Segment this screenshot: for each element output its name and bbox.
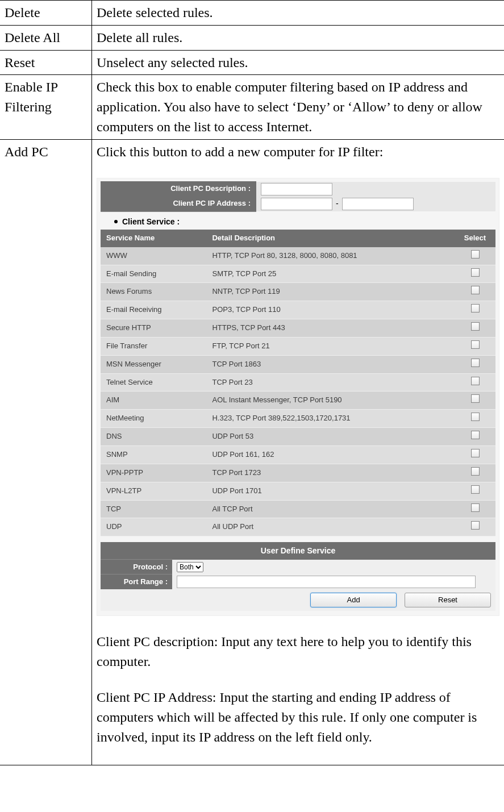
service-name-cell: UDP [101,518,206,536]
service-desc-cell: UDP Port 161, 162 [206,446,455,464]
bullet-icon [114,220,118,223]
service-select-checkbox[interactable] [471,268,480,277]
table-row: E-mail ReceivingPOP3, TCP Port 110 [101,301,495,319]
service-select-checkbox[interactable] [471,467,480,476]
client-ip-explain: Client PC IP Address: Input the starting… [97,688,499,747]
uds-header: User Define Service [101,542,495,559]
service-select-cell [455,410,495,428]
service-select-cell [455,428,495,446]
service-select-cell [455,337,495,355]
client-service-heading: Client Service : [101,211,495,230]
th-service-name: Service Name [101,230,206,247]
service-select-checkbox[interactable] [471,340,480,349]
ip-filter-form: Client PC Description : Client PC IP Add… [97,178,499,617]
row-addpc-cell: Click this button to add a new computer … [92,139,505,765]
service-select-checkbox[interactable] [471,394,480,403]
service-select-cell [455,518,495,536]
services-table: Service Name Detail Description Select W… [101,230,495,536]
client-desc-explain: Client PC description: Input any text he… [97,632,499,672]
client-ip-label: Client PC IP Address : [101,196,256,212]
service-select-checkbox[interactable] [471,322,480,331]
row-enableip-desc: Check this box to enable computer filter… [92,75,505,139]
ip-range-dash: - [336,198,339,209]
client-ip-end-input[interactable] [342,198,414,210]
service-select-checkbox[interactable] [471,503,480,512]
service-select-checkbox[interactable] [471,449,480,457]
row-deleteall-key: Delete All [0,25,92,50]
user-define-service: User Define Service Protocol : Both Port… [101,542,495,611]
row-reset-key: Reset [0,50,92,75]
table-row: VPN-PPTPTCP Port 1723 [101,464,495,482]
service-name-cell: AIM [101,392,206,410]
table-row: Secure HTTPHTTPS, TCP Port 443 [101,319,495,338]
service-select-cell [455,500,495,518]
table-row: WWWHTTP, TCP Port 80, 3128, 8000, 8080, … [101,247,495,265]
service-desc-cell: NNTP, TCP Port 119 [206,283,455,301]
row-enableip-key: Enable IP Filtering [0,75,92,139]
service-select-cell [455,355,495,373]
row-delete-key: Delete [0,1,92,26]
row-deleteall-desc: Delete all rules. [92,25,505,50]
client-service-heading-text: Client Service : [122,216,180,227]
service-name-cell: SNMP [101,446,206,464]
service-desc-cell: All TCP Port [206,500,455,518]
service-desc-cell: TCP Port 1863 [206,355,455,373]
table-row: UDPAll UDP Port [101,518,495,536]
table-row: File TransferFTP, TCP Port 21 [101,337,495,355]
service-desc-cell: UDP Port 53 [206,428,455,446]
service-select-cell [455,392,495,410]
service-select-cell [455,482,495,500]
service-name-cell: VPN-L2TP [101,482,206,500]
reset-button[interactable]: Reset [405,593,491,608]
service-desc-cell: TCP Port 1723 [206,464,455,482]
client-ip-start-input[interactable] [261,198,332,210]
service-desc-cell: HTTP, TCP Port 80, 3128, 8000, 8080, 808… [206,247,455,265]
row-delete-desc: Delete selected rules. [92,1,505,26]
service-desc-cell: UDP Port 1701 [206,482,455,500]
add-button[interactable]: Add [310,593,397,608]
service-select-cell [455,319,495,338]
service-select-checkbox[interactable] [471,250,480,259]
service-select-cell [455,464,495,482]
definitions-table: Delete Delete selected rules. Delete All… [0,0,504,765]
table-row: NetMeetingH.323, TCP Port 389,522,1503,1… [101,410,495,428]
service-desc-cell: POP3, TCP Port 110 [206,301,455,319]
service-select-checkbox[interactable] [471,485,480,494]
th-select: Select [455,230,495,247]
service-name-cell: Secure HTTP [101,319,206,338]
port-range-label: Port Range : [101,574,172,590]
service-name-cell: MSN Messenger [101,355,206,373]
service-desc-cell: H.323, TCP Port 389,522,1503,1720,1731 [206,410,455,428]
service-select-checkbox[interactable] [471,304,480,313]
table-row: AIMAOL Instant Messenger, TCP Port 5190 [101,392,495,410]
client-desc-label: Client PC Description : [101,181,256,197]
service-select-checkbox[interactable] [471,413,480,421]
th-detail-desc: Detail Description [206,230,455,247]
service-name-cell: Telnet Service [101,373,206,392]
service-desc-cell: All UDP Port [206,518,455,536]
protocol-label: Protocol : [101,559,172,575]
service-select-cell [455,301,495,319]
table-row: E-mail SendingSMTP, TCP Port 25 [101,265,495,283]
table-row: SNMPUDP Port 161, 162 [101,446,495,464]
service-select-checkbox[interactable] [471,521,480,530]
service-select-checkbox[interactable] [471,286,480,294]
row-addpc-key: Add PC [0,139,92,765]
table-row: VPN-L2TPUDP Port 1701 [101,482,495,500]
table-row: TCPAll TCP Port [101,500,495,518]
service-select-cell [455,265,495,283]
table-row: DNSUDP Port 53 [101,428,495,446]
addpc-intro: Click this button to add a new computer … [97,142,499,162]
client-desc-input[interactable] [261,183,332,195]
service-name-cell: E-mail Receiving [101,301,206,319]
service-name-cell: E-mail Sending [101,265,206,283]
service-select-checkbox[interactable] [471,431,480,439]
service-desc-cell: SMTP, TCP Port 25 [206,265,455,283]
service-desc-cell: HTTPS, TCP Port 443 [206,319,455,338]
service-select-cell [455,373,495,392]
protocol-select[interactable]: Both [177,562,203,572]
port-range-input[interactable] [177,576,476,588]
service-select-checkbox[interactable] [471,377,480,385]
service-desc-cell: AOL Instant Messenger, TCP Port 5190 [206,392,455,410]
service-select-checkbox[interactable] [471,359,480,367]
